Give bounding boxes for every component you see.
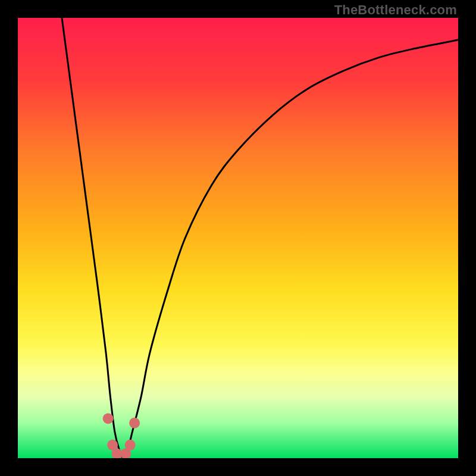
- bottleneck-curve: [62, 18, 458, 458]
- watermark-text: TheBottleneck.com: [334, 2, 457, 18]
- outer-frame: TheBottleneck.com: [0, 0, 476, 476]
- curve-layer: [18, 18, 458, 458]
- marker-dot: [129, 418, 140, 428]
- marker-dot: [103, 413, 114, 424]
- marker-dot: [125, 440, 136, 450]
- highlight-markers: [103, 413, 140, 458]
- plot-area: [18, 18, 458, 458]
